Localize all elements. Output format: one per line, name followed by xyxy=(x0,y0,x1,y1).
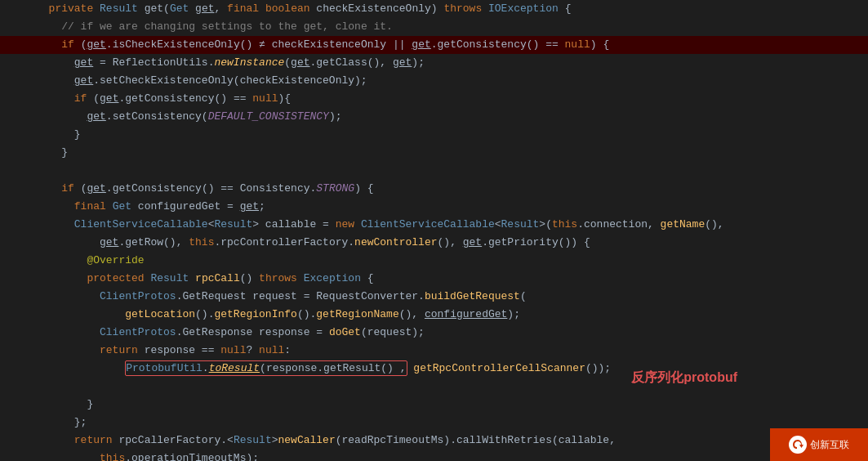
code-line-24: return rpcCallerFactory.<Result>newCalle… xyxy=(0,432,868,450)
code-line-5: get.setCheckExistenceOnly(checkExistence… xyxy=(0,72,868,90)
code-area: private Result get(Get get, final boolea… xyxy=(0,0,868,428)
code-line-2: // if we are changing settings to the ge… xyxy=(0,18,868,36)
code-line-13: ClientServiceCallable<Result> callable =… xyxy=(0,216,868,234)
code-container: private Result get(Get get, final boolea… xyxy=(0,0,868,461)
code-line-7: get.setConsistency(DEFAULT_CONSISTENCY); xyxy=(0,108,868,126)
line-content-5: get.setCheckExistenceOnly(checkExistence… xyxy=(33,72,868,90)
line-content-7: get.setConsistency(DEFAULT_CONSISTENCY); xyxy=(33,108,868,126)
code-line-9: } xyxy=(0,144,868,162)
line-content-8: } xyxy=(33,126,868,144)
line-content-19: ClientProtos.GetResponse response = doGe… xyxy=(33,324,868,342)
code-line-4: get = ReflectionUtils.newInstance(get.ge… xyxy=(0,54,868,72)
line-content-11: if (get.getConsistency() == Consistency.… xyxy=(33,180,868,198)
code-line-11: if (get.getConsistency() == Consistency.… xyxy=(0,180,868,198)
watermark: 创新互联 xyxy=(770,428,868,461)
code-line-15: @Override xyxy=(0,252,868,270)
code-line-18: getLocation().getRegionInfo().getRegionN… xyxy=(0,306,868,324)
line-content-14: get.getRow(), this.rpcControllerFactory.… xyxy=(33,234,868,252)
line-content-9: } xyxy=(33,144,868,162)
watermark-text: 创新互联 xyxy=(810,438,849,452)
code-line-6: if (get.getConsistency() == null){ xyxy=(0,90,868,108)
line-content-16: protected Result rpcCall() throws Except… xyxy=(33,270,868,288)
line-content-23: }; xyxy=(33,414,868,432)
line-content-15: @Override xyxy=(33,252,868,270)
line-content-17: ClientProtos.GetRequest request = Reques… xyxy=(33,288,868,306)
line-content-4: get = ReflectionUtils.newInstance(get.ge… xyxy=(33,54,868,72)
line-content-6: if (get.getConsistency() == null){ xyxy=(33,90,868,108)
code-line-21: ProtobufUtil.toResult(response.getResult… xyxy=(0,360,868,396)
code-line-25: this.operationTimeoutMs); xyxy=(0,450,868,461)
line-content-2: // if we are changing settings to the ge… xyxy=(33,18,868,36)
line-content-20: return response == null? null: xyxy=(33,342,868,360)
line-content-22: } xyxy=(33,396,868,414)
code-line-16: protected Result rpcCall() throws Except… xyxy=(0,270,868,288)
code-line-10 xyxy=(0,162,868,180)
line-content-1: private Result get(Get get, final boolea… xyxy=(33,0,868,18)
code-line-22: } xyxy=(0,396,868,414)
code-line-19: ClientProtos.GetResponse response = doGe… xyxy=(0,324,868,342)
highlight-box: ProtobufUtil.toResult(response.getResult… xyxy=(125,360,407,376)
line-content-13: ClientServiceCallable<Result> callable =… xyxy=(33,216,868,234)
line-content-18: getLocation().getRegionInfo().getRegionN… xyxy=(33,306,868,324)
code-line-8: } xyxy=(0,126,868,144)
code-line-1: private Result get(Get get, final boolea… xyxy=(0,0,868,18)
code-line-3: if (get.isCheckExistenceOnly() ≠ checkEx… xyxy=(0,36,868,54)
code-line-23: }; xyxy=(0,414,868,432)
code-line-20: return response == null? null: xyxy=(0,342,868,360)
line-content-12: final Get configuredGet = get; xyxy=(33,198,868,216)
code-line-12: final Get configuredGet = get; xyxy=(0,198,868,216)
code-line-17: ClientProtos.GetRequest request = Reques… xyxy=(0,288,868,306)
line-content-25: this.operationTimeoutMs); xyxy=(33,450,868,461)
line-content-3: if (get.isCheckExistenceOnly() ≠ checkEx… xyxy=(33,36,868,54)
code-line-14: get.getRow(), this.rpcControllerFactory.… xyxy=(0,234,868,252)
watermark-logo xyxy=(789,436,807,454)
line-content-21: ProtobufUtil.toResult(response.getResult… xyxy=(33,360,868,396)
line-content-24: return rpcCallerFactory.<Result>newCalle… xyxy=(33,432,868,450)
